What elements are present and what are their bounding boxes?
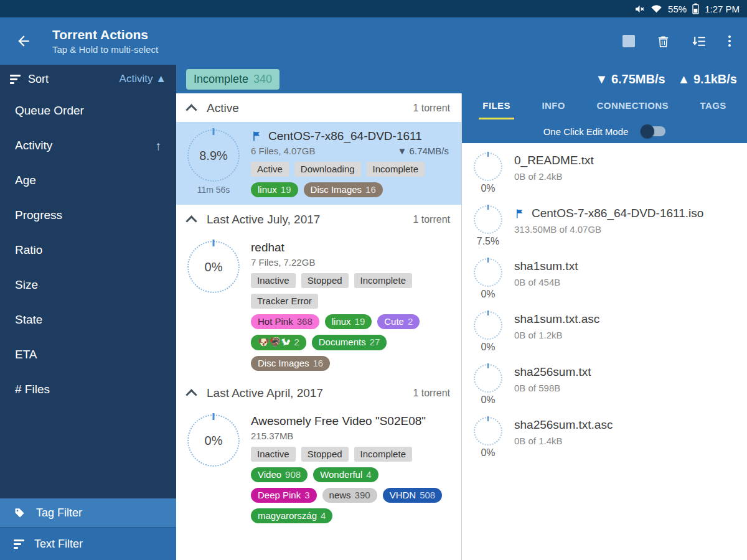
tag-chip[interactable]: Video908: [251, 467, 308, 482]
toggle-knob: [641, 124, 654, 138]
sort-value-text: Activity: [120, 73, 153, 85]
sidebar-item-size[interactable]: Size: [0, 268, 176, 302]
torrent-progress-circle: 0%: [187, 241, 240, 293]
file-name-text: sha256sum.txt.asc: [514, 418, 613, 432]
torrent-progress-column: 8.9% 11m 56s: [182, 129, 245, 197]
select-all-icon[interactable]: [622, 35, 635, 47]
tag-label: Deep Pink: [258, 490, 301, 500]
overflow-menu-icon[interactable]: [728, 35, 731, 47]
tag-chip[interactable]: Cute2: [377, 314, 420, 329]
file-progress: 0%: [472, 447, 504, 459]
flag-icon: [251, 130, 263, 142]
torrent-item-awesomely-free-video[interactable]: 0% Awesomely Free Video "S02E08" 215.37M…: [176, 407, 461, 531]
sidebar-item-label: Queue Order: [15, 104, 84, 118]
battery-icon: [692, 3, 699, 14]
tag-count: 508: [420, 490, 435, 500]
file-progress-circle: [474, 364, 502, 393]
sidebar-item-activity[interactable]: Activity ↑: [0, 128, 176, 163]
sort-label: Sort: [28, 73, 49, 86]
tag-count: 16: [365, 184, 376, 195]
download-speed: ▼ 6.75MB/s: [596, 72, 665, 86]
tag-chip[interactable]: linux19: [251, 182, 298, 197]
page-title: Torrent Actions: [52, 27, 622, 42]
tag-chip[interactable]: 🐶🦃🐿2: [251, 335, 306, 350]
file-name: sha256sum.txt.asc: [514, 418, 613, 432]
group-header-april-2017[interactable]: Last Active April, 2017 1 torrent: [176, 378, 461, 407]
sort-header[interactable]: Sort Activity ▲: [0, 65, 176, 93]
group-title: Active: [207, 101, 239, 115]
torrent-progress-circle: 8.9%: [187, 129, 240, 182]
active-filter-chip[interactable]: Incomplete 340: [186, 69, 280, 90]
sidebar-item-state[interactable]: State: [0, 302, 176, 337]
sidebar-item-label: Progress: [15, 208, 62, 222]
file-name: sha1sum.txt.asc: [514, 312, 599, 326]
torrent-item-redhat[interactable]: 0% redhat 7 Files, 7.22GB Inactive Stopp…: [176, 233, 461, 378]
file-size: 0B of 598B: [514, 383, 591, 393]
file-progress: 0%: [472, 394, 504, 406]
tag-count: 368: [297, 316, 312, 327]
tag-chip[interactable]: Disc Images16: [251, 356, 330, 371]
back-arrow-icon[interactable]: [10, 33, 37, 49]
sidebar-item-label: State: [15, 313, 42, 327]
tag-chip[interactable]: news390: [322, 488, 377, 503]
tab-connections[interactable]: CONNECTIONS: [593, 93, 672, 119]
torrent-eta: 11m 56s: [197, 185, 230, 195]
edit-mode-label: One Click Edit Mode: [543, 126, 629, 137]
group-header-active[interactable]: Active 1 torrent: [176, 93, 461, 122]
file-row[interactable]: 0% sha1sum.txt 0B of 454B: [462, 253, 747, 306]
file-row[interactable]: 0% sha256sum.txt 0B of 598B: [462, 358, 747, 411]
sidebar-item-age[interactable]: Age: [0, 163, 176, 198]
tag-count: 19: [281, 184, 291, 195]
reorder-icon[interactable]: [692, 34, 707, 49]
text-filter-label: Text Filter: [34, 538, 83, 551]
filter-chip-count: 340: [253, 73, 272, 86]
sidebar-item-progress[interactable]: Progress: [0, 198, 176, 233]
status-chip: Incomplete: [367, 162, 425, 177]
tag-chip[interactable]: Deep Pink3: [251, 488, 317, 503]
tag-chip[interactable]: VHDN508: [383, 488, 443, 503]
torrent-body: CentOS-7-x86_64-DVD-1611 6 Files, 4.07GB…: [251, 129, 453, 197]
file-row[interactable]: 0% sha1sum.txt.asc 0B of 1.2kB: [462, 306, 747, 358]
edit-mode-toggle[interactable]: [642, 126, 665, 136]
sidebar-item-ratio[interactable]: Ratio: [0, 233, 176, 268]
tag-filter-button[interactable]: Tag Filter: [0, 498, 176, 527]
tag-chip[interactable]: Hot Pink368: [251, 314, 319, 329]
file-row[interactable]: 0% sha256sum.txt.asc 0B of 1.4kB: [462, 411, 747, 464]
sidebar-item-label: Ratio: [15, 243, 42, 257]
torrent-item-centos[interactable]: 8.9% 11m 56s CentOS-7-x86_64-DVD-1611 6 …: [176, 122, 461, 205]
status-chip: Downloading: [294, 162, 361, 177]
tag-chip[interactable]: Disc Images16: [304, 182, 383, 197]
status-chip-row: Active Downloading Incomplete: [251, 162, 453, 177]
tag-label: Disc Images: [258, 358, 309, 368]
group-header-july-2017[interactable]: Last Active July, 2017 1 torrent: [176, 205, 461, 233]
tag-label: linux: [332, 316, 351, 327]
collapse-chevron-icon[interactable]: [186, 389, 197, 400]
collapse-chevron-icon[interactable]: [186, 215, 197, 226]
tag-count: 27: [370, 337, 380, 348]
tab-files[interactable]: FILES: [479, 93, 514, 119]
tag-chip[interactable]: Documents27: [312, 335, 387, 350]
tag-chip[interactable]: linux19: [325, 314, 372, 329]
status-chip-row: Tracker Error: [251, 294, 453, 309]
delete-icon[interactable]: [656, 34, 670, 49]
tag-label: magyarország: [258, 510, 317, 521]
app-bar-actions: [622, 34, 737, 49]
file-row[interactable]: 0% 0_README.txt 0B of 2.4kB: [462, 147, 747, 200]
tag-label: Hot Pink: [258, 316, 293, 327]
sidebar-item-eta[interactable]: ETA: [0, 337, 176, 372]
file-row[interactable]: 7.5% CentOS-7-x86_64-DVD-1611.iso 313.50…: [462, 200, 747, 253]
collapse-chevron-icon[interactable]: [186, 104, 197, 115]
tag-chip[interactable]: magyarország4: [251, 508, 332, 523]
tab-tags[interactable]: TAGS: [697, 93, 730, 119]
sidebar-item-num-files[interactable]: # Files: [0, 372, 176, 407]
detail-panel: FILES INFO CONNECTIONS TAGS One Click Ed…: [461, 93, 747, 560]
sidebar-item-queue-order[interactable]: Queue Order: [0, 93, 176, 128]
status-chip: Incomplete: [354, 447, 412, 462]
tag-count: 390: [355, 490, 370, 500]
file-name: sha256sum.txt: [514, 365, 591, 379]
text-filter-button[interactable]: Text Filter: [0, 527, 176, 560]
tag-chip[interactable]: Wonderful4: [313, 467, 378, 482]
status-chip-row: Inactive Stopped Incomplete: [251, 447, 453, 462]
tab-info[interactable]: INFO: [538, 93, 569, 119]
torrent-meta: 7 Files, 7.22GB: [251, 257, 315, 268]
